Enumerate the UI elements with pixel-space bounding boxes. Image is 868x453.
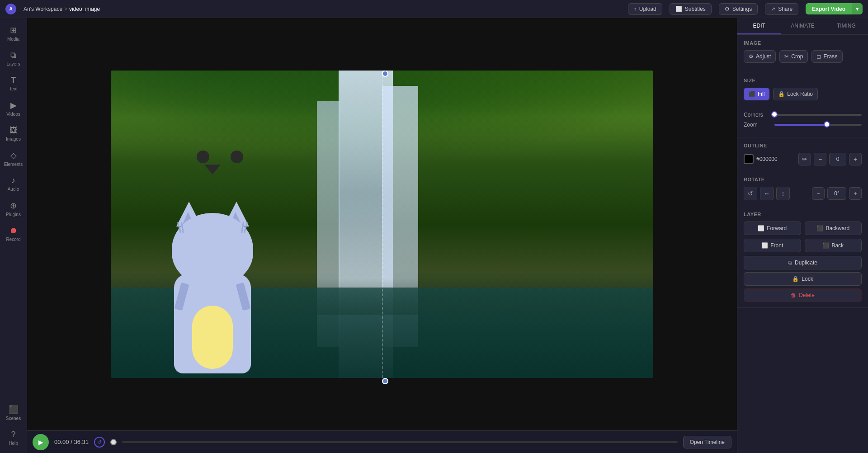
- forward-icon: ⬜: [758, 225, 764, 231]
- corners-thumb[interactable]: [771, 111, 778, 118]
- layers-icon: ⧉: [10, 51, 16, 60]
- sidebar-item-elements[interactable]: ◇ Elements: [2, 147, 25, 170]
- cat-eye-right: [231, 151, 243, 163]
- playhead-thumb[interactable]: [110, 439, 117, 445]
- delete-button[interactable]: 🗑 Delete: [744, 288, 862, 302]
- breadcrumb: Ari's Workspace > video_image: [24, 6, 100, 12]
- outline-value-input[interactable]: 0: [829, 153, 846, 165]
- canvas[interactable]: [111, 71, 653, 378]
- loop-button[interactable]: ↺: [94, 437, 105, 448]
- canvas-area: ▶ 00.00 / 36.31 ↺ Open Timeline: [27, 18, 737, 453]
- sidebar-item-record[interactable]: ⏺ Record: [2, 222, 25, 245]
- panel-tabs: EDIT ANIMATE TIMING: [737, 18, 868, 35]
- lock-ratio-icon: 🔒: [778, 91, 785, 97]
- sidebar-item-text[interactable]: T Text: [2, 72, 25, 95]
- media-icon: ⊞: [10, 25, 17, 35]
- share-icon: ↗: [771, 6, 775, 12]
- upload-button[interactable]: ↑ Upload: [628, 3, 662, 15]
- open-timeline-button[interactable]: Open Timeline: [683, 436, 731, 448]
- cat-character[interactable]: [165, 224, 269, 373]
- sliders-section: Corners Zoom: [737, 106, 868, 137]
- lock-button[interactable]: 🔒 Lock: [744, 272, 862, 286]
- sidebar-item-scenes[interactable]: ⬛ Scenes: [2, 401, 25, 425]
- play-button[interactable]: ▶: [33, 434, 49, 450]
- right-panel: EDIT ANIMATE TIMING IMAGE ⚙ Adjust ✂ Cro…: [737, 18, 868, 453]
- crop-button[interactable]: ✂ Crop: [779, 50, 808, 63]
- corners-slider[interactable]: [774, 114, 862, 116]
- sidebar-item-help[interactable]: ? Help: [2, 426, 25, 449]
- tab-edit[interactable]: EDIT: [737, 18, 781, 34]
- rotate-plus-button[interactable]: +: [849, 187, 862, 200]
- erase-button[interactable]: ◻ Erase: [811, 50, 842, 63]
- back-button[interactable]: ⬛ Back: [805, 239, 862, 252]
- lock-ratio-button[interactable]: 🔒 Lock Ratio: [773, 88, 818, 100]
- loop-icon: ↺: [97, 439, 102, 445]
- outline-minus-button[interactable]: −: [814, 153, 826, 165]
- subtitles-button[interactable]: ⬜ Subtitles: [670, 3, 712, 15]
- background-image: [111, 71, 653, 378]
- tab-timing[interactable]: TIMING: [825, 18, 868, 34]
- back-icon: ⬛: [822, 242, 829, 249]
- sidebar-item-audio[interactable]: ♪ Audio: [2, 172, 25, 195]
- rotate-section-title: ROTATE: [744, 177, 862, 182]
- image-section: IMAGE ⚙ Adjust ✂ Crop ◻ Erase: [737, 35, 868, 72]
- share-button[interactable]: ↗ Share: [765, 3, 798, 15]
- adjust-icon: ⚙: [749, 53, 754, 60]
- size-section: SIZE ⬛ Fill 🔒 Lock Ratio: [737, 72, 868, 106]
- outline-color-label: #000000: [756, 156, 796, 162]
- resize-handle-top[interactable]: [382, 71, 388, 77]
- backward-button[interactable]: ⬛ Backward: [805, 222, 862, 235]
- current-time: 00.00: [54, 439, 69, 445]
- rotate-row: ↺ ↔ ↕ − 0° +: [744, 187, 862, 200]
- settings-icon: ⚙: [725, 6, 730, 12]
- progress-bar[interactable]: [122, 441, 678, 443]
- export-dropdown-button[interactable]: ▾: [852, 3, 863, 14]
- canvas-wrapper[interactable]: [27, 18, 737, 430]
- sidebar: ⊞ Media ⧉ Layers T Text ▶ Videos 🖼 Image…: [0, 18, 27, 453]
- duplicate-icon: ⧉: [788, 260, 792, 266]
- scenes-icon: ⬛: [9, 405, 19, 415]
- sidebar-item-plugins[interactable]: ⊕ Plugins: [2, 197, 25, 221]
- resize-handle-bottom[interactable]: [382, 378, 388, 384]
- outline-plus-button[interactable]: +: [849, 153, 862, 165]
- backward-icon: ⬛: [816, 225, 823, 231]
- sidebar-item-videos[interactable]: ▶ Videos: [2, 97, 25, 120]
- export-group: Export Video ▾: [806, 3, 863, 14]
- corners-row: Corners: [744, 112, 862, 118]
- text-icon: T: [11, 76, 16, 85]
- sidebar-item-layers[interactable]: ⧉ Layers: [2, 47, 25, 70]
- fill-button[interactable]: ⬛ Fill: [744, 88, 769, 100]
- workspace-name: Ari's Workspace: [24, 6, 62, 12]
- breadcrumb-separator: >: [64, 6, 67, 12]
- flip-v-button[interactable]: ↕: [776, 187, 790, 200]
- adjust-button[interactable]: ⚙ Adjust: [744, 50, 776, 63]
- forward-button[interactable]: ⬜ Forward: [744, 222, 801, 235]
- settings-button[interactable]: ⚙ Settings: [719, 3, 758, 15]
- zoom-slider[interactable]: [774, 124, 862, 126]
- page-name: video_image: [69, 6, 100, 12]
- topbar: A Ari's Workspace > video_image ↑ Upload…: [0, 0, 868, 18]
- rotate-section: ROTATE ↺ ↔ ↕ − 0° +: [737, 171, 868, 206]
- delete-icon: 🗑: [791, 292, 796, 298]
- outline-row: #000000 ✏ − 0 +: [744, 153, 862, 165]
- image-section-title: IMAGE: [744, 40, 862, 46]
- rotate-minus-button[interactable]: −: [812, 187, 825, 200]
- forward-backward-row: ⬜ Forward ⬛ Backward: [744, 222, 862, 235]
- outline-edit-icon[interactable]: ✏: [798, 153, 811, 165]
- export-button[interactable]: Export Video: [806, 3, 852, 14]
- sidebar-item-images[interactable]: 🖼 Images: [2, 122, 25, 145]
- rotate-ccw-button[interactable]: ↺: [744, 187, 757, 200]
- flip-h-button[interactable]: ↔: [760, 187, 774, 200]
- outline-color-swatch[interactable]: [744, 154, 754, 164]
- zoom-thumb[interactable]: [824, 121, 830, 127]
- image-tools-row: ⚙ Adjust ✂ Crop ◻ Erase: [744, 50, 862, 63]
- rotate-value-input[interactable]: 0°: [827, 187, 846, 200]
- tab-animate[interactable]: ANIMATE: [781, 18, 824, 34]
- sidebar-item-media[interactable]: ⊞ Media: [2, 22, 25, 45]
- duplicate-button[interactable]: ⧉ Duplicate: [744, 256, 862, 269]
- front-icon: ⬜: [761, 242, 768, 249]
- subtitles-icon: ⬜: [675, 6, 682, 12]
- front-button[interactable]: ⬜ Front: [744, 239, 801, 252]
- main-layout: ⊞ Media ⧉ Layers T Text ▶ Videos 🖼 Image…: [0, 18, 868, 453]
- plugins-icon: ⊕: [10, 201, 17, 211]
